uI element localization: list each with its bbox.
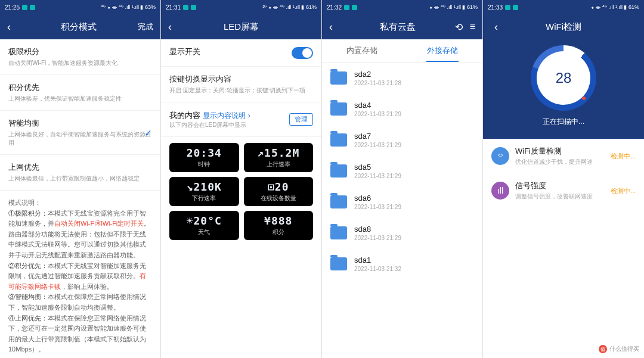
- status-time: 21:25: [5, 4, 20, 11]
- header: ‹ WiFi检测: [483, 14, 644, 39]
- wifi-icon: ⌔: [491, 147, 509, 165]
- page-title: WiFi检测: [502, 21, 625, 33]
- mode-option[interactable]: 积分优先上网体验差，优先保证智能加速服务稳定性: [0, 75, 160, 111]
- folder-row[interactable]: sda42022-11-03 21:29: [322, 94, 482, 124]
- panel-integral-mode: 21:25 ⁴ᴳ ⬥ ⌯ ⁴ᴳ .ıll ¹.ıll ▮ 63% ‹ 积分模式 …: [0, 0, 161, 358]
- status-time: 21:33: [488, 4, 503, 11]
- storage-tabs: 内置存储 外接存储: [322, 39, 482, 63]
- tab-external[interactable]: 外接存储: [402, 39, 483, 62]
- led-tile[interactable]: ↘210K下行速率: [169, 177, 239, 206]
- panel-led-screen: 21:31 ²ᴳ ⬥ ⌯ ⁴ᴳ .ıll ¹.ıll ▮ 61% ‹ LED屏幕…: [161, 0, 322, 358]
- folder-row[interactable]: sda22022-11-03 21:28: [322, 63, 482, 94]
- led-tile[interactable]: ☀20°C天气: [169, 211, 239, 240]
- header: ‹ LED屏幕: [161, 14, 321, 39]
- tab-internal[interactable]: 内置存储: [322, 39, 402, 62]
- folder-icon: [330, 102, 347, 116]
- folder-row[interactable]: sda12022-11-03 21:32: [322, 248, 482, 279]
- folder-icon: [330, 226, 347, 239]
- status-icons: ⬥ ⌯ ⁴ᴳ .ıll ¹.ıll ▮ 61%: [429, 4, 478, 10]
- status-time: 21:32: [327, 4, 342, 11]
- led-tile[interactable]: 20:34时钟: [169, 143, 239, 172]
- header: ‹ 积分模式 完成: [0, 14, 160, 39]
- status-icons: ²ᴳ ⬥ ⌯ ⁴ᴳ .ıll ¹.ıll ▮ 61%: [262, 4, 317, 10]
- watermark-logo-icon: 值: [599, 345, 607, 353]
- watermark: 值 什么值得买: [599, 345, 639, 353]
- led-tile[interactable]: ¥888积分: [244, 211, 314, 240]
- page-title: 私有云盘: [341, 21, 455, 33]
- menu-icon[interactable]: ≡: [470, 21, 475, 32]
- page-title: 积分模式: [19, 21, 138, 33]
- manage-button[interactable]: 管理: [289, 113, 313, 126]
- status-icons: ⬥ ⌯ ⁴ᴳ .ıll ¹.ıll ▮ 61%: [591, 4, 639, 10]
- detect-status: 检测中...: [611, 186, 636, 195]
- back-icon[interactable]: ‹: [329, 21, 341, 33]
- my-content-row: 我的内容 显示内容说明 › 以下内容会在LED屏幕中显示 管理: [161, 102, 321, 137]
- detect-row[interactable]: ıll信号强度调整信号强度，改善联网速度检测中...: [483, 173, 644, 208]
- page-title: LED屏幕: [180, 21, 302, 33]
- status-bar: 21:31 ²ᴳ ⬥ ⌯ ⁴ᴳ .ıll ¹.ıll ▮ 61%: [161, 0, 321, 14]
- mode-option[interactable]: 极限积分自动关闭Wi-Fi，智能加速服务资源最大化: [0, 39, 160, 75]
- signal-icon: ıll: [491, 182, 509, 200]
- panel-wifi-detect: 21:33 ⬥ ⌯ ⁴ᴳ .ıll ¹.ıll ▮ 61% ‹ WiFi检测 2…: [483, 0, 644, 358]
- transfer-icon[interactable]: ⟲: [455, 21, 463, 33]
- folder-row[interactable]: sda62022-11-03 21:29: [322, 186, 482, 217]
- led-tile[interactable]: ⊡20在线设备数量: [244, 177, 314, 206]
- led-tile[interactable]: ↗15.2M上行速率: [244, 143, 314, 172]
- content-help-link[interactable]: 显示内容说明 ›: [203, 111, 250, 120]
- toggle-on-icon[interactable]: [292, 47, 313, 59]
- status-bar: 21:32 ⬥ ⌯ ⁴ᴳ .ıll ¹.ıll ▮ 61%: [322, 0, 482, 14]
- detect-status: 检测中...: [611, 152, 636, 161]
- detect-row[interactable]: ⌔WiFi质量检测优化信道减少干扰，提升网速检测中...: [483, 139, 644, 173]
- mode-description: 模式说明： ①极限积分：本模式下无线宝资源将完全用于智能加速服务，并自动关闭Wi…: [0, 191, 160, 358]
- status-icons: ⁴ᴳ ⬥ ⌯ ⁴ᴳ .ıll ¹.ıll ▮ 63%: [101, 4, 156, 10]
- folder-row[interactable]: sda82022-11-03 21:29: [322, 217, 482, 248]
- back-icon[interactable]: ‹: [490, 21, 502, 33]
- done-button[interactable]: 完成: [138, 21, 153, 32]
- panel-cloud-disk: 21:32 ⬥ ⌯ ⁴ᴳ .ıll ¹.ıll ▮ 61% ‹ 私有云盘 ⟲ ≡…: [322, 0, 483, 358]
- status-time: 21:31: [166, 4, 181, 11]
- back-icon[interactable]: ‹: [168, 21, 180, 33]
- status-bar: 21:33 ⬥ ⌯ ⁴ᴳ .ıll ¹.ıll ▮ 61%: [483, 0, 644, 14]
- back-icon[interactable]: ‹: [7, 21, 19, 33]
- folder-icon: [330, 257, 347, 270]
- display-switch-row[interactable]: 显示开关: [161, 39, 321, 67]
- check-icon: ✓: [144, 127, 152, 138]
- key-switch-row[interactable]: 按键切换显示内容 开启:固定显示；关闭:轮播显示；按键:切换到下一项: [161, 67, 321, 102]
- mode-option[interactable]: 智能均衡上网体验良好，自动平衡智能加速服务与系统的资源占用✓: [0, 111, 160, 155]
- folder-row[interactable]: sda72022-11-03 21:29: [322, 124, 482, 155]
- folder-row[interactable]: sda52022-11-03 21:29: [322, 155, 482, 186]
- status-bar: 21:25 ⁴ᴳ ⬥ ⌯ ⁴ᴳ .ıll ¹.ıll ▮ 63%: [0, 0, 160, 14]
- folder-icon: [330, 195, 347, 208]
- header: ‹ 私有云盘 ⟲ ≡: [322, 14, 482, 39]
- folder-icon: [330, 133, 347, 147]
- mode-option[interactable]: 上网优先上网体验最佳，上行带宽限制值越小，网络越稳定: [0, 155, 160, 191]
- folder-icon: [330, 164, 347, 178]
- gauge: 28: [531, 45, 596, 111]
- scan-status: 正在扫描中...: [483, 117, 644, 127]
- folder-icon: [330, 71, 347, 85]
